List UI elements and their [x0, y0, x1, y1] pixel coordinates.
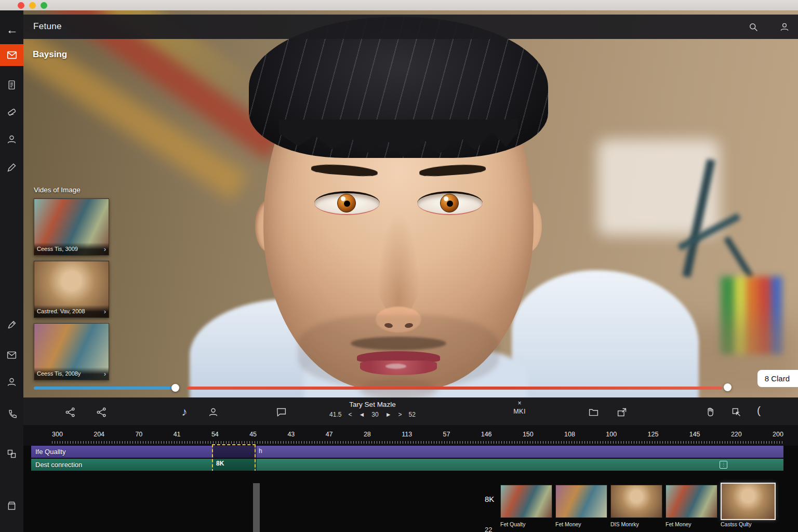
- track-correction[interactable]: Dest conrection: [31, 459, 783, 471]
- chevron-right-icon[interactable]: ›: [104, 370, 106, 378]
- progress-handle[interactable]: [724, 383, 732, 391]
- timeline-selection-box[interactable]: 8K: [212, 444, 256, 472]
- minimize-window-button[interactable]: [29, 2, 36, 9]
- comment-button[interactable]: [275, 406, 287, 418]
- sidebar-item-pencil[interactable]: [0, 159, 23, 175]
- zoom-window-button[interactable]: [41, 2, 47, 9]
- background-rig: [724, 236, 754, 280]
- user-icon: [6, 134, 17, 145]
- portrait-stubble: [298, 315, 499, 388]
- folder-button[interactable]: [587, 406, 600, 418]
- video-preview-stage: Fetune Baysing Vides of Image Ceess Tis,…: [23, 10, 798, 397]
- sidebar-item-grid[interactable]: [0, 446, 23, 461]
- sidebar-item-archive[interactable]: [0, 498, 23, 513]
- thumbnail-label: Fet Money: [555, 521, 610, 527]
- rotate-icon[interactable]: (: [757, 404, 761, 417]
- ruler-tick-label: 145: [689, 431, 700, 438]
- scrollbar-thumb[interactable]: [253, 483, 260, 532]
- share-alt-button[interactable]: [95, 406, 108, 418]
- portrait-eye: [314, 191, 380, 215]
- ruler-tick-label: 204: [94, 431, 104, 438]
- result-thumbnail[interactable]: [500, 485, 552, 518]
- time-left: 41.5: [329, 411, 341, 418]
- ruler-tick-label: 41: [174, 431, 181, 438]
- chevron-right-icon[interactable]: ›: [104, 245, 106, 253]
- sidebar-item-mail2[interactable]: [0, 347, 23, 363]
- ruler-tick-label: 220: [731, 431, 742, 438]
- step-forward-button[interactable]: >: [398, 411, 402, 418]
- progress-handle[interactable]: [171, 384, 179, 392]
- close-window-button[interactable]: [18, 2, 24, 9]
- ruler-tick-label: 100: [606, 431, 617, 438]
- cut-icon: ×: [504, 400, 535, 406]
- clip-item[interactable]: Castred. Vav, 2008 ›: [34, 261, 109, 318]
- timeline-tracks: Ife Quallty h Dest conrection ⋮ 8K: [31, 446, 783, 471]
- ruler-tick-label: 113: [402, 431, 412, 438]
- chevron-right-icon[interactable]: ›: [104, 308, 106, 315]
- transport-block: Tary Set Mazle 41.5 < ◄ 30 ► > 52: [289, 401, 456, 418]
- top-app-bar: Fetune: [23, 15, 798, 39]
- track-marker-label: h: [259, 447, 262, 455]
- ruler-tick-label: 125: [648, 431, 659, 438]
- user-icon: [208, 407, 219, 418]
- selection-overlay: [213, 445, 255, 458]
- track-quality[interactable]: Ife Quallty h: [31, 446, 783, 458]
- ruler-tick-label: 54: [211, 431, 219, 438]
- ruler-numbers: 300 204 70 41 54 45 43 47 28 113 57 146 …: [52, 431, 783, 438]
- hand-tool-button[interactable]: [704, 406, 716, 418]
- sidebar-item-document[interactable]: [0, 77, 23, 92]
- ruler-tick-label: 57: [443, 431, 450, 438]
- clip-item[interactable]: Ceess Tis, 3009 ›: [34, 198, 109, 256]
- account-button[interactable]: [778, 21, 791, 33]
- step-back-button[interactable]: <: [348, 411, 352, 418]
- search-button[interactable]: [747, 21, 760, 33]
- ruler-tick-label: 150: [523, 431, 534, 438]
- app-window: ←: [0, 0, 798, 532]
- ruler-tick-label: 300: [52, 431, 63, 438]
- editing-toolbar: ♪ Tary Set Mazle 41.5 < ◄ 30 ► > 52 × MK…: [23, 397, 798, 425]
- result-thumbnail[interactable]: [610, 485, 662, 518]
- clip-item[interactable]: Ceess Tis, 2008y ›: [34, 323, 109, 380]
- thumbnail-label: Fet Money: [666, 521, 721, 527]
- export-button[interactable]: [616, 406, 628, 418]
- user-icon: [6, 377, 17, 388]
- music-button[interactable]: ♪: [178, 406, 191, 418]
- ruler-tick-label: 200: [773, 431, 783, 438]
- result-thumbnail-selected[interactable]: [721, 483, 776, 520]
- result-thumbnail[interactable]: [666, 485, 717, 518]
- timeline-ruler[interactable]: 300 204 70 41 54 45 43 47 28 113 57 146 …: [23, 425, 798, 446]
- progress-bar-blue[interactable]: [34, 387, 175, 390]
- play-back-button[interactable]: ◄: [358, 411, 365, 418]
- sidebar-item-user[interactable]: [0, 131, 23, 147]
- overflow-value: 22: [485, 526, 492, 532]
- mail-icon: [6, 49, 18, 61]
- clips-panel-title: Vides of Image: [34, 186, 109, 194]
- sidebar-item-label[interactable]: [0, 104, 23, 119]
- ruler-tick-label: 28: [364, 431, 371, 438]
- mki-tool[interactable]: × MKI: [504, 400, 535, 415]
- ruler-tick-label: 43: [287, 431, 295, 438]
- clip-caption: Ceess Tis, 3009: [37, 246, 78, 252]
- music-note-icon: ♪: [182, 405, 188, 419]
- sidebar-item-marker[interactable]: [0, 317, 23, 332]
- user-icon: [779, 22, 790, 32]
- people-button[interactable]: [207, 406, 219, 418]
- ruler-ticks: [52, 441, 783, 444]
- clip-marker-icon[interactable]: ⋮: [720, 461, 727, 469]
- progress-bar-red[interactable]: [187, 387, 722, 390]
- share-button[interactable]: [64, 406, 76, 418]
- select-tool-button[interactable]: [730, 406, 742, 418]
- sidebar-item-user2[interactable]: [0, 374, 23, 390]
- window-titlebar: [0, 0, 798, 10]
- result-thumbnail[interactable]: [555, 485, 607, 518]
- grid-icon: [6, 448, 17, 459]
- back-arrow-icon[interactable]: ←: [4, 22, 20, 37]
- speech-bubble-icon: [276, 407, 287, 418]
- ruler-tick-label: 70: [135, 431, 142, 438]
- sidebar-item-mail-active[interactable]: [0, 44, 23, 66]
- play-forward-button[interactable]: ►: [385, 411, 392, 418]
- track-label: Dest conrection: [35, 461, 82, 469]
- ruler-tick-label: 146: [481, 431, 492, 438]
- frame-counter: 30: [371, 411, 378, 418]
- sidebar-item-phone[interactable]: [0, 406, 23, 422]
